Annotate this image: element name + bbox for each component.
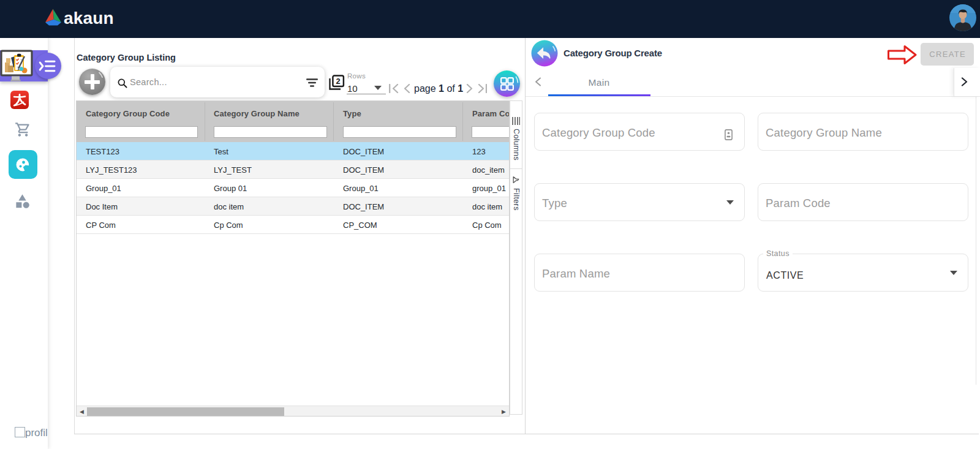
- svg-text:2: 2: [336, 77, 341, 86]
